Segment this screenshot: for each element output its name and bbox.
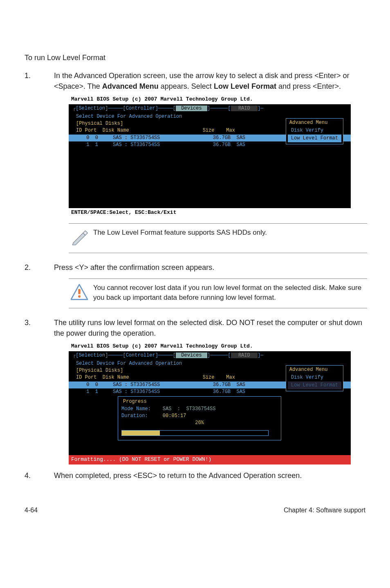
- page-footer: 4-64 Chapter 4: Software support: [25, 505, 365, 515]
- step1-part-c: and press <Enter>.: [276, 82, 341, 90]
- tab-controller: [Controller]: [123, 352, 158, 358]
- progress-duration-label: Duration:: [121, 413, 163, 419]
- progress-duration-value: 00:05:17: [163, 413, 186, 419]
- bios-header: Marvell BIOS Setup (c) 2007 Marvell Tech…: [69, 342, 351, 351]
- warning-text: You cannot recover lost data if you run …: [93, 283, 365, 303]
- bios-screenshot-2: Marvell BIOS Setup (c) 2007 Marvell Tech…: [69, 342, 351, 465]
- svg-point-1: [78, 295, 81, 298]
- bios-screen: ┌[Selection]─────[Controller]─────[ Devi…: [69, 351, 351, 455]
- progress-duration: Duration: 00:05:17: [121, 413, 278, 420]
- tab-raid: RAID: [231, 352, 258, 358]
- step1-part-b: appears. Select: [159, 82, 214, 90]
- pencil-icon: [70, 228, 93, 249]
- step-text: In the Advanced Operation screen, use th…: [54, 70, 365, 92]
- progress-title: Progress: [121, 398, 148, 405]
- bios-footer: ENTER/SPACE:Select, ESC:Back/Exit: [69, 208, 351, 218]
- progress-mode-value: SAS : ST336754SS: [163, 406, 216, 412]
- tab-controller: [Controller]: [123, 105, 158, 111]
- tab-devices: Devices: [176, 352, 207, 358]
- chapter-label: Chapter 4: Software support: [284, 505, 365, 515]
- progress-percent: 26%: [121, 420, 278, 426]
- progress-mode: Mode Name: SAS : ST336754SS: [121, 406, 278, 413]
- step-3: 3. The utility runs low level format on …: [25, 317, 365, 339]
- tab-devices: Devices: [176, 105, 207, 111]
- step-2: 2. Press <Y> after the confirmation scre…: [25, 262, 365, 273]
- tab-selection: [Selection]: [76, 105, 108, 111]
- bios-header: Marvell BIOS Setup (c) 2007 Marvell Tech…: [69, 95, 351, 104]
- step-4: 4. When completed, press <ESC> to return…: [25, 470, 365, 481]
- step-number: 3.: [25, 317, 54, 339]
- advanced-menu-disk-verify: Disk Verify: [288, 127, 341, 135]
- progress-popup: Progress Mode Name: SAS : ST336754SS Dur…: [118, 396, 281, 440]
- step-text: Press <Y> after the confirmation screen …: [54, 262, 365, 273]
- advanced-menu-low-level-format: Low Level Format: [288, 135, 341, 142]
- step-text: The utility runs low level format on the…: [54, 317, 365, 339]
- advanced-menu-popup: Advanced Menu Disk Verify Low Level Form…: [286, 118, 343, 144]
- warning-callout: You cannot recover lost data if you run …: [69, 278, 367, 308]
- low-level-format-heading: To run Low Level Format: [25, 52, 365, 63]
- step-number: 4.: [25, 470, 54, 481]
- warning-icon: [70, 283, 93, 304]
- step1-bold-a: Advanced Menu: [102, 82, 159, 90]
- bios-tabbar: ┌[Selection]─────[Controller]─────[ Devi…: [69, 351, 351, 360]
- step-number: 1.: [25, 70, 54, 92]
- progress-bar: [121, 430, 269, 436]
- bios-screenshot-1: Marvell BIOS Setup (c) 2007 Marvell Tech…: [69, 95, 351, 218]
- step-1: 1. In the Advanced Operation screen, use…: [25, 70, 365, 92]
- step1-bold-b: Low Level Format: [214, 82, 276, 90]
- step-number: 2.: [25, 262, 54, 273]
- note-text: The Low Level Format feature supports SA…: [93, 228, 365, 238]
- step-text: When completed, press <ESC> to return to…: [54, 470, 365, 481]
- bios-footer-formatting: Formatting.... (DO NOT RESET or POWER DO…: [69, 455, 351, 465]
- svg-rect-0: [78, 289, 81, 294]
- advanced-menu-title: Advanced Menu: [288, 119, 341, 126]
- note-callout: The Low Level Format feature supports SA…: [69, 223, 367, 253]
- advanced-menu-popup: Advanced Menu Disk Verify Low Level Form…: [286, 365, 343, 391]
- tab-selection: [Selection]: [76, 352, 108, 358]
- advanced-menu-low-level-format: Low Level Format: [288, 382, 341, 389]
- page-number: 4-64: [25, 505, 38, 515]
- bios-tabbar: ┌[Selection]─────[Controller]─────[ Devi…: [69, 104, 351, 113]
- advanced-menu-title: Advanced Menu: [288, 366, 341, 373]
- advanced-menu-disk-verify: Disk Verify: [288, 374, 341, 382]
- progress-bar-fill: [122, 431, 160, 435]
- bios-screen: ┌[Selection]─────[Controller]─────[ Devi…: [69, 104, 351, 208]
- tab-raid: RAID: [231, 105, 258, 111]
- progress-mode-label: Mode Name:: [121, 406, 163, 412]
